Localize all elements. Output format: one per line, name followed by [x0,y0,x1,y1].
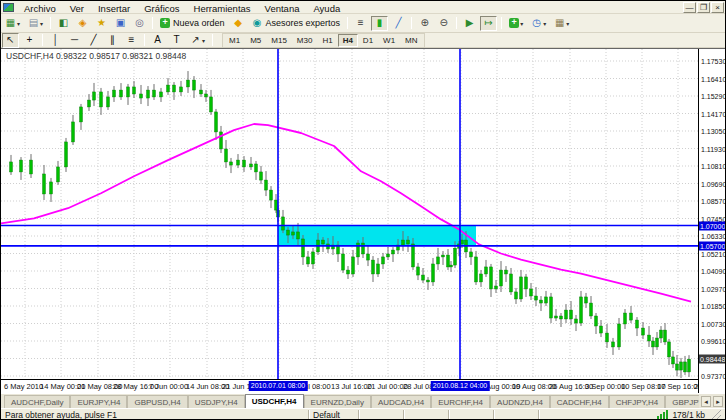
auto-scroll-button[interactable]: ▶ [461,16,478,31]
tab-eurnzddaily[interactable]: EURNZD,Daily [304,395,371,408]
profiles-button[interactable]: ▤▾ [25,16,46,31]
timeframe-d1[interactable]: D1 [358,34,378,47]
tab-audcadh4[interactable]: AUDCAD,H4 [371,395,431,408]
text-button[interactable]: A [149,33,166,48]
dropdown-caret-icon: ▾ [17,20,20,27]
timeframe-h4[interactable]: H4 [338,34,358,47]
menu-item-herramientas[interactable]: Herramientas [187,3,258,14]
text-label-button[interactable]: T [168,33,185,48]
indicators-button[interactable]: +▾ [506,16,526,31]
equidistant-channel-button[interactable]: ∥ [104,33,121,48]
chart-line-button[interactable]: ╱ [390,16,407,31]
templates-button[interactable]: ▦▾ [551,16,572,31]
toolbar-separator [50,17,51,29]
menu-item-archivo[interactable]: Archivo [17,3,63,14]
menu-bar: ArchivoVerInsertarGráficosHerramientasVe… [1,1,725,14]
zoom-in-button[interactable]: ⊕ [416,16,433,31]
toolbar-separator [347,17,348,29]
moving-average-line[interactable] [1,124,691,302]
timeframe-m30[interactable]: M30 [292,34,318,47]
horizontal-line-button[interactable]: ─ [66,33,83,48]
chart-shift-icon: ↦ [483,18,494,28]
market-watch-button[interactable]: ◧ [55,16,72,31]
menu-item-grficos[interactable]: Gráficos [137,3,186,14]
tab-usdjpyh4[interactable]: USDJPY,H4 [188,395,245,408]
asesores-expertos-icon: ◉ [252,18,263,28]
time-axis-label: 13 Jul 16:00 [331,382,372,391]
menu-item-ventana[interactable]: Ventana [258,3,307,14]
close-button[interactable]: × [711,2,724,13]
menu-item-ayuda[interactable]: Ayuda [306,3,347,14]
tab-scroll-right-arrow[interactable]: ▸ [713,396,723,407]
indicators-icon: + [509,18,519,28]
minimize-button[interactable]: — [683,2,696,13]
toolbar-separator [152,17,153,29]
navigator-button[interactable]: ★ [93,16,110,31]
highlight-rectangle[interactable] [278,226,476,246]
status-cell [359,410,404,420]
periods-button[interactable]: ◷▾ [528,16,549,31]
tab-eurchfh4[interactable]: EURCHF,H4 [431,395,490,408]
price-axis-label: 1.10810 [701,163,726,170]
tab-scroll-left-arrow[interactable]: ◂ [701,396,711,407]
window-controls: —❐× [683,2,725,13]
fibonacci-button[interactable]: ≡ [123,33,140,48]
price-axis-label: 1.02970 [701,285,726,292]
timeframe-m1[interactable]: M1 [224,34,245,47]
time-axis[interactable]: 6 May 201014 May 00:0021 May 08:0028 May… [1,379,698,394]
nueva-orden-button[interactable]: +Nueva orden [157,16,228,31]
chart-window-icon [3,3,14,12]
chart-line-icon: ╱ [393,18,404,28]
menu-item-ver[interactable]: Ver [63,3,91,14]
menu-item-insertar[interactable]: Insertar [91,3,137,14]
timeframe-h1[interactable]: H1 [317,34,337,47]
chart-plot[interactable]: USDCHF,H4 0.98322 0.98517 0.98321 0.9844… [1,49,698,379]
text-label-icon: T [171,35,182,45]
tab-eurjpyh4[interactable]: EURJPY,H4 [70,395,127,408]
time-axis-label: 6 May 2010 [4,382,43,391]
timeframe-w1[interactable]: W1 [378,34,400,47]
price-axis-label: 1.14170 [701,110,726,117]
tab-chfjpyh4[interactable]: CHFJPY,H4 [609,395,666,408]
candlestick-chart[interactable] [1,49,698,379]
status-profile[interactable]: Default [309,410,359,420]
toolbar-separator [456,17,457,29]
chart-candles-button[interactable]: ▮ [371,16,388,31]
tab-audnzdh4[interactable]: AUDNZD,H4 [490,395,550,408]
ohlc-open: 0.98322 [56,51,87,61]
arrows-button[interactable]: ↗▾ [187,33,208,48]
cursor-button[interactable]: ↖ [2,33,19,48]
resize-grip[interactable] [709,410,721,420]
vertical-line-button[interactable]: │ [47,33,64,48]
zoom-out-button[interactable]: ⊖ [435,16,452,31]
tab-gbpusdh4[interactable]: GBPUSD,H4 [127,395,187,408]
restore-button[interactable]: ❐ [697,2,710,13]
chart-shift-button[interactable]: ↦ [480,16,497,31]
crosshair-button[interactable]: + [21,33,38,48]
dropdown-caret-icon: ▾ [520,20,523,27]
timeframe-m5[interactable]: M5 [245,34,266,47]
data-window-button[interactable]: ◈ [74,16,91,31]
status-bar: Para obtener ayuda, pulse F1 Default 178… [1,408,725,420]
price-axis[interactable]: 1.175301.164101.152901.141701.130501.119… [698,49,726,394]
time-tag-2010-07-01-08-00: 2010.07.01 08:00 [249,381,308,391]
toolbar-separator [501,17,502,29]
chart-bars-button[interactable]: ≡ [352,16,369,31]
trendline-button[interactable]: ╱ [85,33,102,48]
status-cell [494,410,539,420]
asesores-expertos-button[interactable]: ◉Asesores expertos [249,16,344,31]
new-chart-button[interactable]: ▦▾ [2,16,23,31]
time-axis-label: 3 Sep 00:00 [585,382,625,391]
grid [1,49,698,379]
terminal-button[interactable]: ▣ [112,16,129,31]
tab-usdchfh4[interactable]: USDCHF,H4 [245,394,304,408]
toolbar-separator [42,34,43,46]
strategy-tester-button[interactable]: ◎ [131,16,148,31]
tab-cadchfh4[interactable]: CADCHF,H4 [550,395,609,408]
fibonacci-icon: ≡ [126,35,137,45]
tab-audchfdaily[interactable]: AUDCHF,Daily [4,395,70,408]
timeframe-mn[interactable]: MN [400,34,422,47]
metaeditor-button[interactable]: ◆ [230,16,247,31]
data-window-icon: ◈ [77,18,88,28]
timeframe-m15[interactable]: M15 [266,34,292,47]
